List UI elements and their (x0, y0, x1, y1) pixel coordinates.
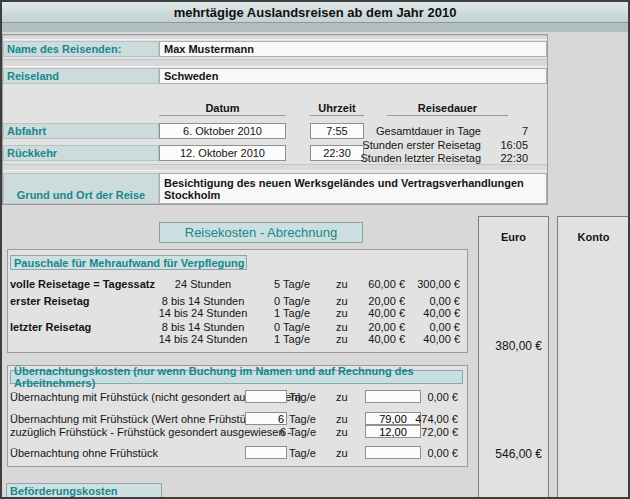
row-days: 1 Tag/e (238, 333, 310, 345)
traveler-name-label: Name des Reisenden: (3, 41, 159, 57)
row-zu: zu (336, 426, 348, 438)
row-zu: zu (336, 413, 348, 425)
konto-column: Konto (557, 216, 630, 499)
first-day-hours-value: 16:05 (483, 139, 528, 151)
column-header-uhrzeit: Uhrzeit (310, 102, 364, 116)
befoerderung-header: Beförderungskosten (6, 483, 162, 498)
uebernachtung-section: Übernachtungskosten (nur wenn Buchung im… (7, 365, 468, 467)
country-field[interactable]: Schweden (159, 68, 547, 84)
uebernachtung-header: Übernachtungskosten (nur wenn Buchung im… (10, 370, 463, 384)
spacer-row (3, 35, 547, 40)
return-date-field[interactable]: 12. Oktober 2010 (159, 145, 286, 161)
row-days: 0 Tag/e (238, 321, 310, 333)
form-title: mehrtägige Auslandsreisen ab dem Jahr 20… (2, 2, 628, 23)
days-input[interactable] (245, 412, 287, 425)
expense-form-window: mehrtägige Auslandsreisen ab dem Jahr 20… (0, 0, 630, 499)
departure-time-field[interactable]: 7:55 (310, 123, 364, 139)
return-time-field[interactable]: 22:30 (310, 145, 364, 161)
tag-suffix: Tag/e (289, 447, 316, 459)
euro-column-header: Euro (479, 231, 548, 243)
trip-reason-field[interactable]: Besichtigung des neuen Werksgeländes und… (159, 173, 547, 204)
title-shadow-strip (2, 23, 628, 32)
tag-suffix: Tag/e (289, 391, 316, 403)
trip-reason-line1: Besichtigung des neuen Werksgeländes und… (164, 177, 524, 189)
verpflegung-total-euro: 380,00 € (479, 339, 542, 353)
trip-reason-label: Grund und Ort der Reise (3, 173, 159, 204)
row-label: Übernachtung ohne Frühstück (10, 447, 158, 459)
departure-label: Abfahrt (3, 123, 159, 139)
days-input[interactable] (245, 446, 287, 459)
traveler-name-field[interactable]: Max Mustermann (159, 41, 547, 57)
verpflegung-section: Pauschale für Mehraufwand für Verpflegun… (7, 249, 468, 353)
column-header-reisedauer: Reisedauer (387, 102, 508, 116)
row-days: 0 Tag/e (238, 295, 310, 307)
row-amount: 0,00 € (393, 321, 460, 333)
country-label: Reiseland (3, 68, 159, 84)
row-days: 5 Tag/e (238, 278, 310, 290)
first-day-hours-label: Stunden erster Reisetag (358, 139, 481, 151)
row-amount: 0,00 € (393, 391, 458, 403)
departure-date-field[interactable]: 6. Oktober 2010 (159, 123, 286, 139)
row-amount: 474,00 € (393, 413, 458, 425)
total-days-value: 7 (483, 125, 528, 137)
row-label: volle Reisetage = Tagessatz (10, 278, 155, 290)
row-label: Übernachtung mit Frühstück (Wert ohne Fr… (10, 413, 260, 425)
last-day-hours-value: 22:30 (483, 152, 528, 164)
spacer-row (3, 164, 547, 171)
total-days-label: Gesamtdauer in Tage (358, 125, 481, 137)
return-label: Rückkehr (3, 145, 159, 161)
trip-header-section: Name des Reisenden: Max Mustermann Reise… (2, 34, 548, 205)
trip-reason-line2: Stockholm (164, 189, 220, 201)
days-input[interactable] (245, 390, 287, 403)
konto-column-header: Konto (558, 231, 629, 243)
row-label: erster Reisetag (10, 295, 90, 307)
row-zu: zu (336, 391, 348, 403)
column-header-datum: Datum (159, 102, 286, 116)
row-amount: 72,00 € (393, 426, 458, 438)
row-amount: 0,00 € (393, 447, 458, 459)
last-day-hours-label: Stunden letzter Reisetag (358, 152, 481, 164)
verpflegung-header: Pauschale für Mehraufwand für Verpflegun… (10, 255, 247, 270)
row-days-text: 6 Tag/e (245, 426, 316, 438)
row-amount: 40,00 € (393, 307, 460, 319)
row-amount: 300,00 € (393, 278, 460, 290)
spacer-row (3, 59, 547, 67)
row-zu: zu (336, 447, 348, 459)
row-amount: 40,00 € (393, 333, 460, 345)
row-label: letzter Reisetag (10, 321, 91, 333)
row-amount: 0,00 € (393, 295, 460, 307)
abrechnung-title: Reisekosten - Abrechnung (159, 222, 363, 243)
euro-column: Euro 380,00 € 546,00 € (478, 216, 549, 499)
tag-suffix: Tag/e (289, 413, 316, 425)
uebernachtung-total-euro: 546,00 € (479, 447, 542, 461)
row-days: 1 Tag/e (238, 307, 310, 319)
